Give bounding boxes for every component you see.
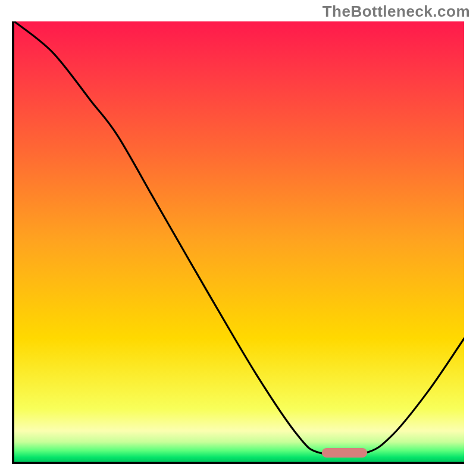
plot-area — [12, 21, 464, 464]
watermark-text: TheBottleneck.com — [322, 2, 470, 21]
chart-stage: TheBottleneck.com — [0, 0, 476, 476]
optimum-marker — [322, 448, 367, 458]
curve-line — [14, 21, 464, 462]
